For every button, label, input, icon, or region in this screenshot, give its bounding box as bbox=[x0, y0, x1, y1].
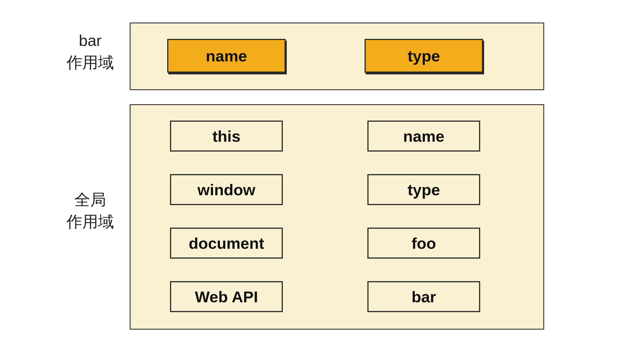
global-cell-this: this bbox=[170, 121, 283, 152]
diagram-canvas: bar 作用域 name type 全局 作用域 this window doc… bbox=[0, 0, 644, 362]
bar-scope-label-line1: bar bbox=[54, 30, 127, 52]
global-cell-webapi-text: Web API bbox=[195, 288, 258, 306]
global-cell-bar: bar bbox=[367, 281, 480, 312]
global-cell-window: window bbox=[170, 174, 283, 205]
global-cell-name-text: name bbox=[403, 127, 444, 145]
global-cell-webapi: Web API bbox=[170, 281, 283, 312]
global-scope-label: 全局 作用域 bbox=[54, 189, 127, 233]
bar-scope-cell-type: type bbox=[365, 39, 483, 73]
global-cell-foo-text: foo bbox=[411, 234, 436, 252]
global-scope-box: this window document Web API name type f… bbox=[130, 104, 544, 330]
bar-scope-cell-name-text: name bbox=[206, 47, 247, 65]
global-scope-label-line1: 全局 bbox=[54, 189, 127, 211]
bar-scope-cell-type-text: type bbox=[407, 47, 440, 65]
global-cell-type-text: type bbox=[407, 181, 440, 199]
global-cell-document-text: document bbox=[189, 234, 264, 252]
global-cell-bar-text: bar bbox=[411, 288, 436, 306]
bar-scope-cell-name: name bbox=[167, 39, 286, 73]
global-scope-label-line2: 作用域 bbox=[54, 211, 127, 233]
global-cell-this-text: this bbox=[212, 127, 241, 145]
global-cell-foo: foo bbox=[367, 228, 480, 259]
global-cell-window-text: window bbox=[197, 181, 255, 199]
bar-scope-label-line2: 作用域 bbox=[54, 52, 127, 74]
bar-scope-box: name type bbox=[130, 23, 544, 90]
global-cell-document: document bbox=[170, 228, 283, 259]
global-cell-type: type bbox=[367, 174, 480, 205]
bar-scope-label: bar 作用域 bbox=[54, 30, 127, 74]
global-cell-name: name bbox=[367, 121, 480, 152]
